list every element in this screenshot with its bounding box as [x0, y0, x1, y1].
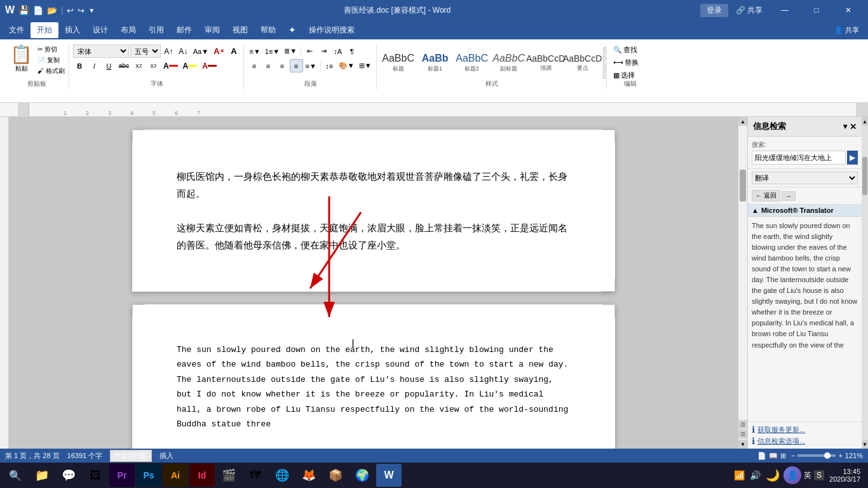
italic-button[interactable]: I [88, 59, 101, 72]
document-area[interactable]: 柳氏医馆内，一身棕色长袍的柳天素恭恭敬敬地对着观世音菩萨雕像磕了三个头，礼罢，长… [9, 117, 738, 449]
font-color-btn[interactable]: A [161, 59, 180, 72]
status-read-icon[interactable]: 📖 [769, 452, 778, 460]
status-lang[interactable]: 中文(中国) [110, 450, 151, 462]
save-icon[interactable]: 💾 [18, 5, 29, 15]
style-points[interactable]: AaBbCcD 要点 [565, 46, 600, 79]
menu-view[interactable]: 视图 [226, 22, 254, 38]
status-insert[interactable]: 插入 [159, 451, 173, 461]
search-options-link[interactable]: 信息检索选项... [757, 437, 805, 446]
font-color-bg-btn[interactable]: A [200, 59, 219, 72]
taskbar-browser2[interactable]: 🌐 [269, 464, 295, 487]
justify-btn[interactable]: ≡ [290, 59, 303, 72]
sort-btn[interactable]: ↕A [331, 44, 344, 58]
font-grow-btn[interactable]: A↑ [162, 44, 175, 58]
font-highlight2-btn[interactable]: A [227, 44, 241, 58]
superscript-button[interactable]: X2 [147, 59, 160, 72]
nav-back-btn[interactable]: ← 返回 [752, 190, 780, 201]
time-area[interactable]: 13:45 2020/3/17 [827, 468, 863, 483]
style-subtitle[interactable]: AaBbC 副标题 [491, 46, 527, 79]
scroll-track[interactable] [738, 126, 747, 419]
taskbar-maps[interactable]: 🗺 [243, 464, 268, 487]
scroll-page-up[interactable]: ◫ [738, 420, 747, 429]
panel-scroll-up[interactable]: ▲ [862, 117, 868, 126]
style-scroll-down[interactable]: ▼ [603, 58, 607, 68]
panel-search-input[interactable] [752, 151, 846, 165]
find-button[interactable]: 🔍 查找 [611, 44, 650, 55]
status-layout-icon[interactable]: 📄 [757, 452, 766, 460]
align-right-btn[interactable]: ≡ [276, 59, 289, 72]
replace-button[interactable]: ⟷ 替换 [611, 57, 650, 68]
taskbar-photoshop[interactable]: Ps [136, 464, 161, 487]
redo-btn[interactable]: ↪ [78, 6, 85, 15]
taskbar-indesign[interactable]: Id [189, 464, 215, 487]
subscript-button[interactable]: X2 [132, 59, 146, 72]
login-button[interactable]: 登录 [700, 4, 728, 17]
align-more-btn[interactable]: ≡▼ [304, 59, 318, 72]
taskbar-language[interactable]: 英 [804, 470, 811, 481]
zoom-slider[interactable] [797, 454, 836, 457]
zoom-in-btn[interactable]: + [838, 452, 842, 459]
menu-references[interactable]: 引用 [142, 22, 170, 38]
taskbar-premiere[interactable]: Pr [109, 464, 135, 487]
panel-scroll-down[interactable]: ▼ [862, 440, 868, 449]
panel-search-go[interactable]: ▶ [847, 151, 858, 165]
format-painter-button[interactable]: 🖌 格式刷 [36, 66, 66, 76]
style-heading2[interactable]: AaBbC 标题2 [454, 46, 490, 79]
info-panel-expand[interactable]: ▾ [843, 122, 847, 131]
menu-search[interactable]: 操作说明搜索 [302, 22, 361, 38]
undo-btn[interactable]: ↩ [67, 6, 74, 15]
bullets-btn[interactable]: ≡▼ [248, 44, 262, 58]
taskbar-chrome[interactable]: 🌍 [349, 464, 375, 487]
copy-button[interactable]: 📄 复制 [36, 55, 66, 65]
vertical-scrollbar[interactable]: ▲ ◫ ◫ ▼ [738, 117, 747, 449]
panel-scroll-track[interactable] [862, 126, 868, 440]
bold-button[interactable]: B [73, 59, 86, 72]
taskbar-avatar[interactable]: 👤 [783, 466, 801, 484]
font-name-select[interactable]: 宋体 [73, 44, 129, 58]
scroll-down-btn[interactable]: ▼ [738, 440, 747, 449]
taskbar-network-icon[interactable]: 📶 [733, 469, 746, 482]
taskbar-photos[interactable]: 🖼 [83, 464, 108, 487]
clear-format-btn[interactable]: A✕ [212, 44, 226, 58]
line-spacing-btn[interactable]: ↕≡ [323, 59, 336, 72]
taskbar-search[interactable]: 🔍 [3, 464, 28, 487]
increase-indent-btn[interactable]: ⇥ [317, 44, 330, 58]
menu-review[interactable]: 审阅 [198, 22, 226, 38]
taskbar-balloon-icon[interactable]: 🌙 [764, 467, 781, 484]
font-shrink-btn[interactable]: A↓ [177, 44, 190, 58]
scroll-up-btn[interactable]: ▲ [738, 117, 747, 126]
numbering-btn[interactable]: 1≡▼ [263, 44, 281, 58]
borders-btn[interactable]: ⊞▼ [357, 59, 374, 72]
nav-forward-btn[interactable]: → [782, 191, 796, 201]
highlight-btn[interactable]: A [181, 59, 200, 72]
taskbar-illustrator[interactable]: Ai [163, 464, 188, 487]
scroll-thumb[interactable] [740, 170, 746, 201]
menu-share[interactable]: 👤 共享 [828, 23, 865, 37]
menu-layout[interactable]: 布局 [114, 22, 142, 38]
open-icon[interactable]: 📂 [47, 6, 57, 15]
style-emphasis[interactable]: AaBbCcD 强调 [528, 46, 564, 79]
zoom-out-btn[interactable]: − [791, 452, 795, 459]
taskbar-word[interactable]: W [376, 464, 402, 487]
scroll-page-down[interactable]: ◫ [738, 430, 747, 438]
style-scroll[interactable]: ▲ ▼ ▾ [603, 47, 607, 79]
taskbar-ime[interactable]: S [814, 470, 824, 480]
menu-insert[interactable]: 插入 [58, 22, 86, 38]
taskbar-package[interactable]: 📦 [323, 464, 348, 487]
underline-button[interactable]: U [102, 59, 116, 72]
taskbar-files[interactable]: 📁 [29, 464, 55, 487]
translate-select[interactable]: 翻译 [752, 172, 858, 184]
new-icon[interactable]: 📄 [33, 6, 43, 15]
info-panel-close[interactable]: ✕ [850, 122, 857, 132]
taskbar-media[interactable]: 🎬 [216, 464, 241, 487]
show-para-btn[interactable]: ¶ [345, 44, 358, 58]
restore-button[interactable]: □ [802, 0, 831, 20]
close-button[interactable]: ✕ [834, 0, 863, 20]
menu-mail[interactable]: 邮件 [170, 22, 198, 38]
get-service-link[interactable]: 获取服务更新... [757, 425, 805, 435]
style-expand[interactable]: ▾ [603, 69, 607, 79]
align-center-btn[interactable]: ≡ [262, 59, 275, 72]
menu-spark[interactable]: ✦ [282, 22, 302, 37]
menu-help[interactable]: 帮助 [254, 22, 282, 38]
style-normal[interactable]: AaBbC 标题 [381, 46, 416, 79]
